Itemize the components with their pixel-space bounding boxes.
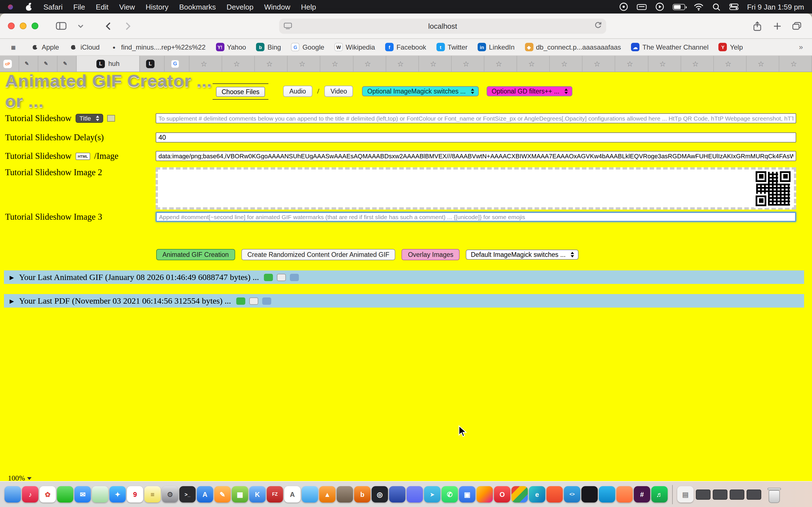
dock-icon-firefox[interactable] bbox=[476, 486, 493, 503]
detail-chip-icon[interactable] bbox=[264, 274, 273, 281]
dock-icon-opera[interactable]: O bbox=[494, 486, 510, 503]
bookmark-item[interactable]: Y! Yahoo bbox=[216, 43, 246, 51]
reload-icon[interactable] bbox=[594, 21, 602, 31]
dock-icon-audacity[interactable] bbox=[389, 486, 405, 503]
dock-icon-blender[interactable]: b bbox=[354, 486, 370, 503]
dock-icon-spotify[interactable]: ♬ bbox=[651, 486, 668, 503]
page-zoom-indicator[interactable]: 100% bbox=[8, 474, 32, 481]
play-circle-icon[interactable] bbox=[655, 2, 664, 11]
tab[interactable]: ✎ bbox=[19, 56, 38, 71]
dock-icon-appstore[interactable]: A bbox=[197, 486, 213, 503]
tab[interactable]: ☆ bbox=[485, 56, 517, 71]
address-bar[interactable]: localhost bbox=[279, 18, 606, 34]
title-config-input[interactable] bbox=[156, 113, 796, 123]
close-window-button[interactable] bbox=[8, 22, 15, 29]
bookmark-item[interactable]: G Google bbox=[291, 43, 324, 51]
zoom-window-button[interactable] bbox=[32, 22, 38, 29]
bookmark-item[interactable]: ☁ The Weather Channel bbox=[631, 43, 709, 51]
bookmark-item[interactable]: f Facebook bbox=[385, 43, 426, 51]
tab[interactable]: L bbox=[140, 56, 165, 71]
disclosure-triangle-icon[interactable]: ▶ bbox=[10, 298, 14, 304]
detail-chip-icon[interactable] bbox=[290, 274, 299, 281]
animated-gif-creation-button[interactable]: Animated GIF Creation bbox=[156, 249, 235, 260]
imagemagick-switches-select[interactable]: Optional ImageMagick switches ... bbox=[362, 86, 479, 96]
dock-icon-calendar[interactable]: 9 bbox=[127, 486, 143, 503]
bookmark-item[interactable]: Apple bbox=[31, 43, 59, 51]
dock-icon-obs[interactable]: ◎ bbox=[371, 486, 388, 503]
tab[interactable]: ☆ bbox=[320, 56, 353, 71]
dock-icon-github[interactable] bbox=[581, 486, 598, 503]
app-badge-icon[interactable] bbox=[619, 2, 628, 11]
dock-icon-maps[interactable] bbox=[92, 486, 108, 503]
tab[interactable]: ☆ bbox=[190, 56, 222, 71]
tab[interactable]: ☆ bbox=[419, 56, 452, 71]
dock-icon-slack[interactable]: # bbox=[634, 486, 650, 503]
choose-files-button[interactable]: Choose Files bbox=[216, 87, 265, 97]
tab[interactable]: ☆ bbox=[747, 56, 779, 71]
dock-icon-zoom[interactable]: ▣ bbox=[459, 486, 475, 503]
tab[interactable]: ☆ bbox=[681, 56, 714, 71]
tab[interactable]: ☆ bbox=[353, 56, 386, 71]
dock-icon-pages[interactable]: ✎ bbox=[214, 486, 231, 503]
dock-icon-downloads-stack[interactable]: ▤ bbox=[677, 486, 694, 503]
dock-icon-keynote[interactable]: K bbox=[249, 486, 266, 503]
detail-chip-icon[interactable] bbox=[262, 297, 271, 304]
tab[interactable]: ☆ bbox=[452, 56, 485, 71]
dock-icon-mail[interactable]: ✉ bbox=[74, 486, 91, 503]
dock-icon-brave[interactable] bbox=[546, 486, 563, 503]
minimized-window-thumbnail[interactable] bbox=[713, 489, 727, 499]
dock-icon-docker[interactable] bbox=[599, 486, 615, 503]
tab[interactable]: ✎ bbox=[38, 56, 57, 71]
menubar-item[interactable]: Help bbox=[301, 3, 316, 11]
tab[interactable]: ☆ bbox=[583, 56, 615, 71]
watermark-input[interactable] bbox=[156, 212, 796, 222]
tab[interactable]: ☆ bbox=[714, 56, 747, 71]
spotlight-search-icon[interactable] bbox=[712, 3, 721, 11]
trash-icon[interactable] bbox=[767, 486, 781, 503]
bookmark-item[interactable]: Y Yelp bbox=[719, 43, 743, 51]
menubar-item[interactable]: Window bbox=[264, 3, 290, 11]
minimized-window-thumbnail[interactable] bbox=[730, 489, 744, 499]
audio-button[interactable]: Audio bbox=[283, 86, 312, 97]
share-icon[interactable] bbox=[750, 18, 765, 33]
image2-drop-area[interactable] bbox=[156, 167, 796, 210]
dock-icon-vscode[interactable]: <> bbox=[564, 486, 580, 503]
detail-chip-icon[interactable] bbox=[277, 274, 286, 281]
dock-icon-edge[interactable]: e bbox=[529, 486, 545, 503]
dock-icon-settings[interactable]: ⚙ bbox=[162, 486, 178, 503]
dock-icon-textedit[interactable]: A bbox=[284, 486, 301, 503]
gd-filters-select[interactable]: Optional GD filters++ ... bbox=[487, 86, 572, 96]
bookmark-item[interactable]: b Bing bbox=[256, 43, 281, 51]
dock-icon-messages[interactable] bbox=[57, 486, 73, 503]
dock-icon-filezilla[interactable]: FZ bbox=[267, 486, 283, 503]
detail-chip-icon[interactable] bbox=[249, 297, 258, 304]
minimized-window-thumbnail[interactable] bbox=[696, 489, 711, 499]
disclosure-triangle-icon[interactable]: ▶ bbox=[10, 274, 14, 280]
overlay-images-button[interactable]: Overlay Images bbox=[402, 249, 460, 260]
menubar-item[interactable]: View bbox=[119, 3, 135, 11]
new-tab-button[interactable] bbox=[770, 18, 784, 33]
tab[interactable]: ☆ bbox=[648, 56, 681, 71]
menubar-item[interactable]: History bbox=[146, 3, 168, 11]
minimize-window-button[interactable] bbox=[20, 22, 27, 29]
title-colour-swatch[interactable] bbox=[107, 115, 115, 122]
bookmark-item[interactable]: in LinkedIn bbox=[477, 43, 515, 51]
apple-menu-icon[interactable] bbox=[25, 3, 33, 11]
control-center-icon[interactable] bbox=[729, 3, 739, 10]
detail-chip-icon[interactable] bbox=[236, 297, 245, 304]
dock-icon-notes[interactable]: ≡ bbox=[144, 486, 161, 503]
bookmarks-overflow-chevron[interactable]: » bbox=[799, 43, 803, 51]
dock-icon-terminal[interactable]: >_ bbox=[179, 486, 196, 503]
tab[interactable]: ☆ bbox=[517, 56, 550, 71]
tab-overview-icon[interactable] bbox=[790, 18, 804, 33]
page-format-icon[interactable] bbox=[284, 22, 292, 29]
tab[interactable]: ☆ bbox=[779, 56, 812, 71]
tab[interactable]: G bbox=[165, 56, 190, 71]
delay-input[interactable] bbox=[156, 132, 796, 143]
default-imagemagick-select[interactable]: Default ImageMagick switches ... bbox=[466, 249, 578, 260]
bookmark-item[interactable]: ● find_minus....rep+%22s%22 bbox=[110, 43, 206, 51]
dock-icon-postman[interactable] bbox=[616, 486, 633, 503]
menubar-item[interactable]: Develop bbox=[227, 3, 253, 11]
dock-icon-discord[interactable] bbox=[407, 486, 423, 503]
battery-icon[interactable] bbox=[673, 4, 685, 10]
